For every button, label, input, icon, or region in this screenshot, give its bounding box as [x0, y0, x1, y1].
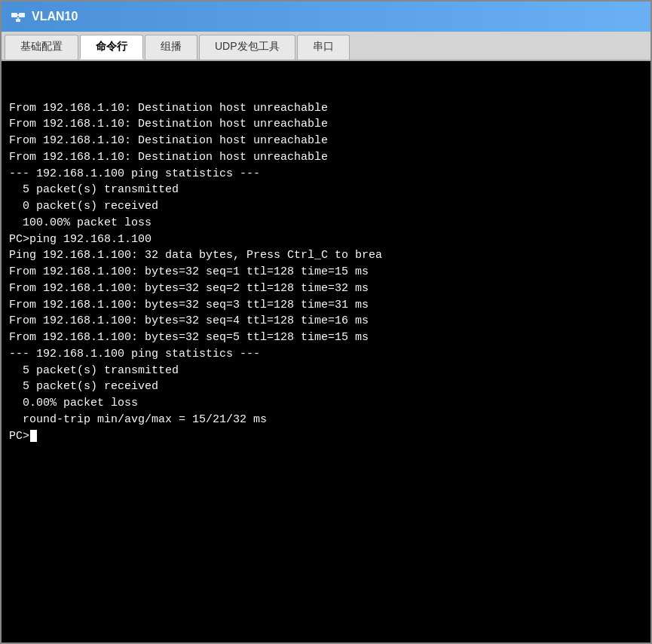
terminal-line: From 192.168.1.100: bytes=32 seq=3 ttl=1… — [9, 297, 643, 314]
terminal-line: From 192.168.1.100: bytes=32 seq=4 ttl=1… — [9, 313, 643, 330]
terminal-line: --- 192.168.1.100 ping statistics --- — [9, 346, 643, 363]
terminal-line: 100.00% packet loss — [9, 215, 643, 232]
terminal-line: 5 packet(s) received — [9, 379, 643, 395]
window-title: VLAN10 — [32, 10, 78, 23]
svg-rect-3 — [16, 19, 20, 22]
tab-udp-tool[interactable]: UDP发包工具 — [199, 35, 295, 60]
terminal-line: From 192.168.1.10: Destination host unre… — [9, 149, 643, 166]
tab-multicast[interactable]: 组播 — [145, 35, 197, 60]
terminal-line: 0 packet(s) received — [9, 198, 643, 215]
terminal-line: Ping 192.168.1.100: 32 data bytes, Press… — [9, 247, 643, 264]
title-bar: VLAN10 — [2, 2, 650, 32]
terminal-output[interactable]: From 192.168.1.10: Destination host unre… — [2, 61, 650, 642]
tab-serial[interactable]: 串口 — [297, 35, 350, 60]
tab-basic-config[interactable]: 基础配置 — [5, 35, 78, 60]
terminal-line: From 192.168.1.10: Destination host unre… — [9, 116, 643, 133]
terminal-line: From 192.168.1.100: bytes=32 seq=5 ttl=1… — [9, 330, 643, 346]
terminal-cursor — [30, 430, 37, 442]
terminal-line: From 192.168.1.100: bytes=32 seq=2 ttl=1… — [9, 281, 643, 297]
terminal-line: From 192.168.1.10: Destination host unre… — [9, 133, 643, 149]
terminal-line: From 192.168.1.100: bytes=32 seq=1 ttl=1… — [9, 264, 643, 281]
svg-rect-1 — [19, 13, 25, 17]
tab-bar: 基础配置 命令行 组播 UDP发包工具 串口 — [2, 32, 650, 61]
terminal-line: round-trip min/avg/max = 15/21/32 ms — [9, 412, 643, 428]
network-icon — [11, 9, 26, 24]
tab-command-line[interactable]: 命令行 — [80, 35, 143, 60]
terminal-prompt-line[interactable]: PC> — [9, 428, 643, 445]
terminal-line: 0.00% packet loss — [9, 395, 643, 412]
main-window: VLAN10 基础配置 命令行 组播 UDP发包工具 串口 From 192.1… — [0, 0, 652, 644]
terminal-line: From 192.168.1.10: Destination host unre… — [9, 100, 643, 117]
terminal-line: --- 192.168.1.100 ping statistics --- — [9, 166, 643, 182]
svg-rect-0 — [11, 13, 17, 17]
terminal-line: 5 packet(s) transmitted — [9, 363, 643, 379]
terminal-line: 5 packet(s) transmitted — [9, 182, 643, 198]
terminal-line: PC>ping 192.168.1.100 — [9, 232, 643, 248]
